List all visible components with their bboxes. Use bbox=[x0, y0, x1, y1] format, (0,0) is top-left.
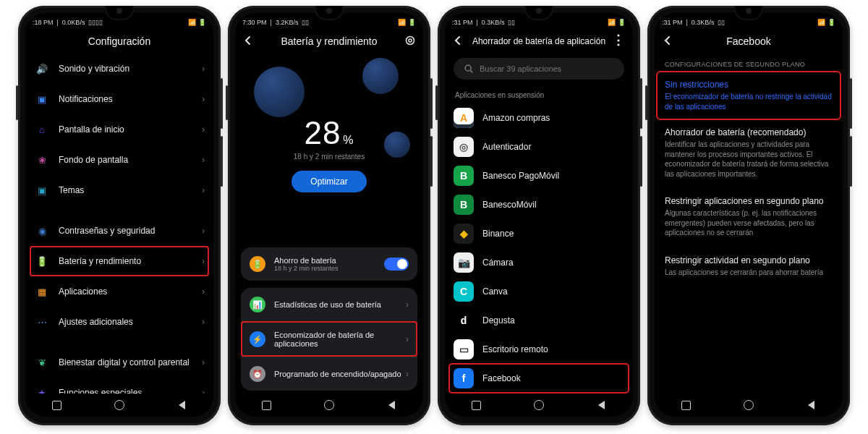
nav-home-icon[interactable] bbox=[323, 399, 336, 412]
more-icon[interactable]: ⋮ bbox=[612, 35, 626, 45]
battery-saver-label: Ahorro de batería bbox=[274, 256, 384, 265]
back-icon[interactable] bbox=[662, 35, 673, 48]
bg-option-3[interactable]: Restringir actividad en segundo planoLas… bbox=[655, 247, 843, 286]
battery-option-econ[interactable]: ⚡Economizador de batería de aplicaciones… bbox=[241, 321, 417, 357]
nav-home-icon[interactable] bbox=[742, 399, 755, 412]
battery-remaining: 18 h y 2 min restantes bbox=[294, 153, 365, 161]
app-row-banesco-pagomóvil[interactable]: BBanesco PagoMóvil bbox=[449, 161, 629, 190]
settings-row-bell[interactable]: ▣Notificaciones› bbox=[30, 84, 209, 114]
app-icon: f bbox=[454, 368, 474, 388]
battery-saver-toggle-row[interactable]: 🔋 Ahorro de batería 18 h y 2 min restant… bbox=[241, 247, 417, 281]
settings-row-special[interactable]: ★Funciones especiales› bbox=[30, 378, 209, 393]
settings-row-fingerprint[interactable]: ◉Contraseñas y seguridad› bbox=[30, 216, 209, 246]
page-title: Batería y rendimiento bbox=[235, 29, 423, 54]
nav-recents-icon[interactable] bbox=[469, 399, 482, 412]
app-label: BanescoMóvil bbox=[482, 200, 537, 210]
search-icon bbox=[464, 64, 474, 74]
app-row-banescomóvil[interactable]: BBanescoMóvil bbox=[449, 190, 629, 219]
settings-row-label: Temas bbox=[59, 185, 197, 195]
settings-row-label: Funciones especiales bbox=[59, 388, 197, 393]
speaker-icon: 🔊 bbox=[34, 61, 50, 77]
nav-back-icon[interactable] bbox=[176, 399, 189, 412]
svg-point-1 bbox=[409, 39, 412, 42]
settings-row-label: Notificaciones bbox=[59, 94, 197, 104]
bubble-decor bbox=[362, 58, 399, 94]
option-desc: El economizador de batería no restringe … bbox=[665, 92, 833, 111]
app-label: Escritorio remoto bbox=[482, 344, 548, 354]
option-label: Estadísticas de uso de batería bbox=[274, 300, 406, 309]
settings-row-label: Bienestar digital y control parental bbox=[59, 357, 197, 367]
bg-option-0[interactable]: Sin restriccionesEl economizador de bate… bbox=[658, 72, 840, 119]
home-icon: ⌂ bbox=[34, 122, 50, 137]
app-row-autenticador[interactable]: ◎Autenticador bbox=[449, 132, 629, 161]
system-navbar[interactable] bbox=[445, 393, 633, 417]
svg-point-2 bbox=[465, 65, 471, 71]
search-input[interactable]: Buscar 39 aplicaciones bbox=[454, 58, 624, 80]
settings-row-theme[interactable]: ▣Temas› bbox=[30, 175, 209, 205]
back-icon[interactable] bbox=[242, 35, 254, 48]
app-row-amazon-compras[interactable]: AAmazon compras bbox=[449, 103, 629, 132]
search-placeholder: Buscar 39 aplicaciones bbox=[480, 64, 561, 73]
app-row-facebook[interactable]: fFacebook bbox=[449, 364, 629, 393]
settings-row-speaker[interactable]: 🔊Sonido y vibración› bbox=[30, 54, 209, 84]
phone-frame-facebook: :31 PM|0.3KB/s ▯▯ 📶 🔋 Facebook CONFIGURA… bbox=[647, 6, 850, 425]
gear-icon[interactable] bbox=[404, 35, 416, 48]
app-label: Facebook bbox=[482, 373, 521, 383]
bubble-decor bbox=[384, 132, 410, 158]
settings-row-wallpaper[interactable]: ❀Fondo de pantalla› bbox=[30, 145, 209, 175]
app-row-escritorio-remoto[interactable]: ▭Escritorio remoto bbox=[449, 335, 629, 364]
option-desc: Identificar las aplicaciones y actividad… bbox=[665, 140, 833, 179]
app-row-binance[interactable]: ◆Binance bbox=[449, 219, 629, 248]
system-navbar[interactable] bbox=[235, 393, 423, 417]
app-label: Canva bbox=[482, 286, 508, 297]
svg-line-3 bbox=[470, 70, 472, 72]
settings-row-apps[interactable]: ▦Aplicaciones› bbox=[30, 276, 209, 307]
optimize-button[interactable]: Optimizar bbox=[292, 171, 366, 192]
settings-row-label: Contraseñas y seguridad bbox=[59, 226, 197, 236]
option-title: Sin restricciones bbox=[665, 80, 833, 90]
app-row-cámara[interactable]: 📷Cámara bbox=[449, 248, 629, 277]
bg-option-1[interactable]: Ahorrador de batería (recomendado)Identi… bbox=[655, 119, 843, 187]
option-label: Programado de encendido/apagado bbox=[274, 370, 406, 378]
settings-row-wellbeing[interactable]: ❦Bienestar digital y control parental› bbox=[30, 347, 209, 378]
toggle-switch[interactable] bbox=[384, 258, 409, 271]
nav-recents-icon[interactable] bbox=[50, 399, 63, 412]
chevron-right-icon: › bbox=[202, 286, 205, 297]
nav-recents-icon[interactable] bbox=[679, 399, 692, 412]
settings-row-home[interactable]: ⌂Pantalla de inicio› bbox=[30, 114, 209, 145]
nav-back-icon[interactable] bbox=[805, 399, 818, 412]
chevron-right-icon: › bbox=[406, 299, 409, 310]
phone-frame-settings: :18 PM|0.0KB/s ▯▯▯▯ 📶 🔋 Configuración 🔊S… bbox=[18, 6, 221, 425]
app-icon: A bbox=[454, 108, 474, 128]
chevron-right-icon: › bbox=[406, 369, 409, 379]
app-label: Cámara bbox=[482, 258, 514, 268]
back-icon[interactable] bbox=[452, 35, 464, 48]
app-icon: d bbox=[454, 310, 474, 331]
chevron-right-icon: › bbox=[202, 124, 205, 135]
app-icon: ▭ bbox=[454, 339, 474, 359]
page-title: Ahorrador de batería de aplicación ⋮ bbox=[445, 29, 633, 54]
app-row-degusta[interactable]: dDegusta bbox=[449, 306, 629, 335]
system-navbar[interactable] bbox=[25, 393, 213, 417]
wellbeing-icon: ❦ bbox=[34, 354, 50, 370]
settings-row-battery[interactable]: 🔋Batería y rendimiento› bbox=[30, 246, 209, 276]
nav-home-icon[interactable] bbox=[113, 399, 126, 412]
app-row-canva[interactable]: CCanva bbox=[449, 277, 629, 306]
nav-back-icon[interactable] bbox=[386, 399, 399, 412]
theme-icon: ▣ bbox=[34, 182, 50, 198]
nav-home-icon[interactable] bbox=[532, 399, 545, 412]
app-icon: B bbox=[454, 166, 474, 186]
settings-row-label: Fondo de pantalla bbox=[59, 155, 197, 165]
system-navbar[interactable] bbox=[655, 393, 843, 417]
app-label: Amazon compras bbox=[482, 113, 550, 123]
bg-option-2[interactable]: Restringir aplicaciones en segundo plano… bbox=[655, 187, 843, 247]
battery-option-schedule[interactable]: ⏰Programado de encendido/apagado› bbox=[241, 357, 417, 391]
chevron-right-icon: › bbox=[202, 64, 205, 74]
nav-recents-icon[interactable] bbox=[260, 399, 273, 412]
schedule-icon: ⏰ bbox=[250, 366, 265, 382]
nav-back-icon[interactable] bbox=[595, 399, 608, 412]
battery-option-stats[interactable]: 📊Estadísticas de uso de batería› bbox=[241, 288, 417, 321]
settings-row-more-settings[interactable]: ⋯Ajustes adicionales› bbox=[30, 307, 209, 337]
app-label: Binance bbox=[482, 229, 514, 239]
section-header: CONFIGURACIONES DE SEGUNDO PLANO bbox=[655, 54, 843, 72]
